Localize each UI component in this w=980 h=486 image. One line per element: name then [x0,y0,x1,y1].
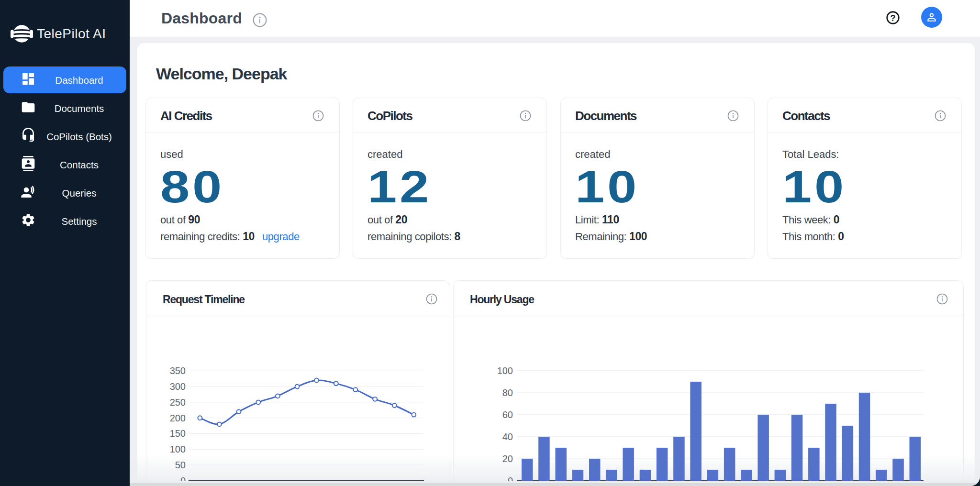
svg-text:20: 20 [502,453,513,464]
svg-text:150: 150 [170,428,186,439]
svg-text:40: 40 [502,431,513,442]
svg-text:250: 250 [170,397,186,408]
svg-text:50: 50 [175,460,186,470]
svg-text:100: 100 [497,365,513,376]
svg-text:300: 300 [170,381,186,392]
svg-text:100: 100 [170,444,186,454]
svg-text:60: 60 [502,409,513,420]
svg-text:?: ? [891,13,896,23]
svg-text:350: 350 [170,365,186,376]
svg-text:80: 80 [502,387,513,398]
svg-text:200: 200 [170,413,186,423]
